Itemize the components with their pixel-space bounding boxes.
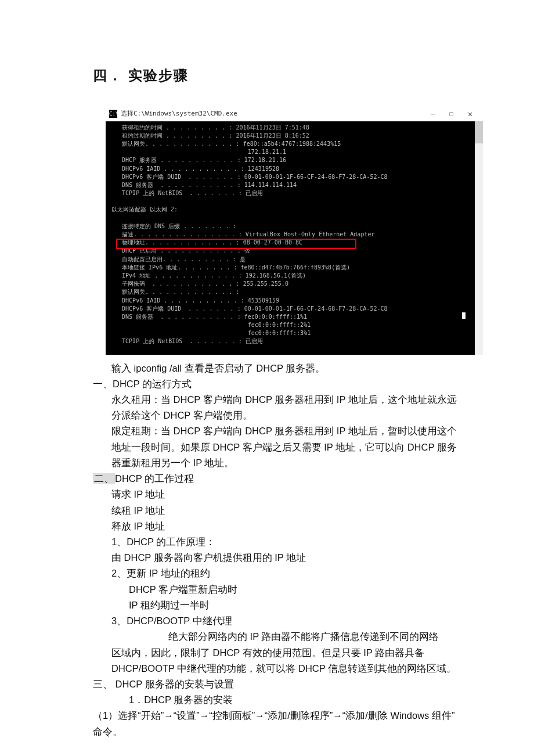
console-output: 获得租约的时间 . . . . . . . . . : 2016年11月23日 … [106,121,483,355]
paragraph: 区域内，因此，限制了 DHCP 有效的使用范围。但是只要 IP 路由器具备 DH… [93,645,459,676]
paragraph: （1）选择“开始”→“设置”→“控制面板”→“添加/删除程序”→“添加/删除 W… [93,708,459,739]
maximize-button[interactable]: ☐ [442,109,461,119]
console-line: TCPIP 上的 NetBIOS . . . . . . . : 已启用 [111,189,479,197]
console-line: 获得租约的时间 . . . . . . . . . : 2016年11月23日 … [111,124,479,132]
window-title: 选择C:\Windows\system32\CMD.exe [121,109,237,119]
terminal-screenshot: C:\ 选择C:\Windows\system32\CMD.exe — ☐ ✕ … [106,107,459,355]
paragraph: 3、DHCP/BOOTP 中继代理 [93,613,459,629]
console-line: 默认网关. . . . . . . . . . . . . : fe80::a5… [111,140,479,148]
window-titlebar: C:\ 选择C:\Windows\system32\CMD.exe — ☐ ✕ [106,107,483,121]
section-label-1: 一、DHCP 的运行方式 [93,376,459,392]
console-line: DHCP 服务器 . . . . . . . . . . . : 172.18.… [111,156,479,164]
console-line [111,214,479,222]
scrollbar-thumb[interactable] [475,121,483,143]
console-line: DNS 服务器 . . . . . . . . . . . : 114.114.… [111,181,479,189]
console-line: 描述. . . . . . . . . . . . . . . : Virtua… [111,231,479,239]
paragraph: 续租 IP 地址 [93,503,459,519]
console-line: 自动配置已启用. . . . . . . . . . : 是 [111,255,479,264]
console-line: IPv4 地址 . . . . . . . . . . . . : 192.16… [111,272,479,280]
console-line: fec0:0:0:ffff::3%1 [111,329,479,337]
text-cursor [462,312,466,319]
highlighted-marker: 二、 [93,473,115,484]
paragraph: 1．DHCP 服务器的安装 [93,692,459,708]
console-line: DHCPv6 IAID . . . . . . . . . . . : 1243… [111,165,479,173]
minimize-button[interactable]: — [424,109,442,119]
paragraph: 永久租用：当 DHCP 客户端向 DHCP 服务器租用到 IP 地址后，这个地址… [93,392,459,423]
paragraph: 限定租期：当 DHCP 客户端向 DHCP 服务器租用到 IP 地址后，暂时以使… [93,423,459,471]
paragraph: 2、更新 IP 地址的租约 [93,566,459,581]
highlight-annotation [116,239,356,249]
console-line: DHCPv6 客户端 DUID . . . . . . . : 00-01-00… [111,173,479,181]
console-line [111,197,479,206]
console-line: 以太网适配器 以太网 2: [111,206,479,214]
section-label-3: 三、 DHCP 服务器的安装与设置 [93,676,459,692]
paragraph: 输入 ipconfig /all 查看是否启动了 DHCP 服务器。 [93,361,459,376]
console-line [111,346,479,354]
close-button[interactable]: ✕ [461,109,479,119]
console-line: 默认网关. . . . . . . . . . . . . : [111,288,479,296]
console-line: 连接特定的 DNS 后缀 . . . . . . . : [111,222,479,231]
console-line: DHCPv6 IAID . . . . . . . . . . . : 4535… [111,297,479,305]
cmd-icon: C:\ [109,110,117,118]
console-line: 租约过期的时间 . . . . . . . . . : 2016年11月23日 … [111,132,479,140]
console-line: DNS 服务器 . . . . . . . . . . . : fec0:0:0… [111,313,479,321]
console-line: 子网掩码 . . . . . . . . . . . . : 255.255.2… [111,280,479,288]
paragraph: DHCP 客户端重新启动时 [93,582,459,597]
paragraph: 绝大部分网络内的 IP 路由器不能将广播信息传递到不同的网络 [93,629,459,645]
console-line: 本地链接 IPv6 地址. . . . . . . . : fe80::d47:… [111,264,479,272]
console-line: 无线局域网适配器 WLAN: [111,354,479,355]
paragraph: 释放 IP 地址 [93,519,459,534]
paragraph: 由 DHCP 服务器向客户机提供租用的 IP 地址 [93,550,459,566]
console-line: 172.18.21.1 [111,148,479,156]
paragraph: 请求 IP 地址 [93,487,459,502]
console-line: TCPIP 上的 NetBIOS . . . . . . . : 已启用 [111,337,479,345]
console-line: DHCPv6 客户端 DUID . . . . . . . : 00-01-00… [111,305,479,313]
scrollbar[interactable] [475,121,483,355]
section-heading: 四． 实验步骤 [93,64,459,87]
paragraph: 1、DHCP 的工作原理： [93,534,459,550]
console-line: fec0:0:0:ffff::2%1 [111,321,479,329]
paragraph: IP 租约期过一半时 [93,597,459,613]
section-label-2: 二、DHCP 的工作过程 [93,471,459,487]
